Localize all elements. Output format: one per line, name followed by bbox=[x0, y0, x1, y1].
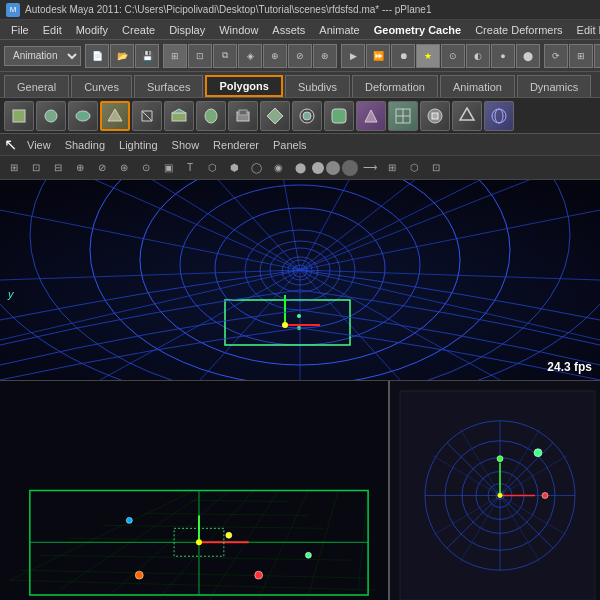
menu-create-deformers[interactable]: Create Deformers bbox=[468, 22, 569, 38]
shelf-icon-14[interactable] bbox=[420, 101, 450, 131]
app-icon: M bbox=[6, 3, 20, 17]
vp-icon-6[interactable]: ⊛ bbox=[114, 158, 134, 178]
shelf-icon-15[interactable] bbox=[452, 101, 482, 131]
menu-display[interactable]: Display bbox=[162, 22, 212, 38]
vp-menu-view[interactable]: View bbox=[23, 138, 55, 152]
vp-icon-21[interactable]: ⊡ bbox=[426, 158, 446, 178]
vp-icon-14[interactable]: ⬤ bbox=[290, 158, 310, 178]
vp-menu-show[interactable]: Show bbox=[168, 138, 204, 152]
svg-marker-3 bbox=[108, 109, 122, 121]
bottom-right-viewport[interactable] bbox=[390, 381, 600, 600]
tb-btn-snap5[interactable]: ⊕ bbox=[263, 44, 287, 68]
tb-btn-render3[interactable]: ⏺ bbox=[391, 44, 415, 68]
shelf-icon-9[interactable] bbox=[260, 101, 290, 131]
menu-window[interactable]: Window bbox=[212, 22, 265, 38]
tab-dynamics[interactable]: Dynamics bbox=[517, 75, 591, 97]
tb-btn-snap2[interactable]: ⊡ bbox=[188, 44, 212, 68]
tb-btn-render6[interactable]: ◐ bbox=[466, 44, 490, 68]
tb-btn-render8[interactable]: ⬤ bbox=[516, 44, 540, 68]
tab-subdivs[interactable]: Subdivs bbox=[285, 75, 350, 97]
menu-modify[interactable]: Modify bbox=[69, 22, 115, 38]
tb-btn-open[interactable]: 📂 bbox=[110, 44, 134, 68]
menu-create[interactable]: Create bbox=[115, 22, 162, 38]
shelf-icon-16[interactable] bbox=[484, 101, 514, 131]
menu-file[interactable]: File bbox=[4, 22, 36, 38]
shelf-icon-12[interactable] bbox=[356, 101, 386, 131]
tb-btn-misc3[interactable]: ? bbox=[594, 44, 600, 68]
svg-point-13 bbox=[303, 112, 311, 120]
svg-point-8 bbox=[205, 109, 217, 123]
vp-icon-4[interactable]: ⊕ bbox=[70, 158, 90, 178]
vp-icon-3[interactable]: ⊟ bbox=[48, 158, 68, 178]
main-viewport[interactable]: y 24.3 fps bbox=[0, 180, 600, 380]
svg-point-110 bbox=[542, 493, 548, 499]
tb-btn-snap7[interactable]: ⊛ bbox=[313, 44, 337, 68]
shelf-icon-6[interactable] bbox=[164, 101, 194, 131]
vp-icon-8[interactable]: ▣ bbox=[158, 158, 178, 178]
vp-icon-15[interactable] bbox=[312, 162, 324, 174]
bottom-panels: Edges: 4580 4 0 Verts: 2301 1 0 Tris: 45… bbox=[0, 380, 600, 600]
shelf-icon-3[interactable] bbox=[68, 101, 98, 131]
shelf-icon-5[interactable] bbox=[132, 101, 162, 131]
tab-animation[interactable]: Animation bbox=[440, 75, 515, 97]
mode-dropdown[interactable]: Animation Modeling Rigging Rendering bbox=[4, 46, 81, 66]
tab-surfaces[interactable]: Surfaces bbox=[134, 75, 203, 97]
shelf-icon-4[interactable] bbox=[100, 101, 130, 131]
vp-icon-5[interactable]: ⊘ bbox=[92, 158, 112, 178]
vp-menu-shading[interactable]: Shading bbox=[61, 138, 109, 152]
fps-counter: 24.3 fps bbox=[547, 360, 592, 374]
tb-btn-misc2[interactable]: ⊞ bbox=[569, 44, 593, 68]
bottom-left-viewport[interactable]: Edges: 4580 4 0 Verts: 2301 1 0 Tris: 45… bbox=[0, 381, 390, 600]
vp-menu-panels[interactable]: Panels bbox=[269, 138, 311, 152]
menu-edit-de[interactable]: Edit De bbox=[570, 22, 600, 38]
menu-assets[interactable]: Assets bbox=[265, 22, 312, 38]
vp-icon-9[interactable]: T bbox=[180, 158, 200, 178]
shelf-icon-13[interactable] bbox=[388, 101, 418, 131]
vp-icon-16[interactable] bbox=[326, 161, 340, 175]
vp-icon-7[interactable]: ⊙ bbox=[136, 158, 156, 178]
vp-icon-13[interactable]: ◉ bbox=[268, 158, 288, 178]
tab-deformation[interactable]: Deformation bbox=[352, 75, 438, 97]
shelf-icon-11[interactable] bbox=[324, 101, 354, 131]
tb-btn-render1[interactable]: ▶ bbox=[341, 44, 365, 68]
svg-rect-0 bbox=[13, 110, 25, 122]
shelf-icon-2[interactable] bbox=[36, 101, 66, 131]
vp-icon-12[interactable]: ◯ bbox=[246, 158, 266, 178]
tb-btn-misc1[interactable]: ⟳ bbox=[544, 44, 568, 68]
menu-geometry-cache[interactable]: Geometry Cache bbox=[367, 22, 468, 38]
shelf-icon-7[interactable] bbox=[196, 101, 226, 131]
tb-btn-new[interactable]: 📄 bbox=[85, 44, 109, 68]
vp-icon-11[interactable]: ⬢ bbox=[224, 158, 244, 178]
viewport-toolbar: ↖ View Shading Lighting Show Renderer Pa… bbox=[0, 134, 600, 156]
tab-curves[interactable]: Curves bbox=[71, 75, 132, 97]
tb-btn-render5[interactable]: ⊙ bbox=[441, 44, 465, 68]
tb-btn-snap1[interactable]: ⊞ bbox=[163, 44, 187, 68]
tb-btn-render4[interactable]: ★ bbox=[416, 44, 440, 68]
vp-menu-lighting[interactable]: Lighting bbox=[115, 138, 162, 152]
tab-polygons[interactable]: Polygons bbox=[205, 75, 283, 97]
vp-icon-2[interactable]: ⊡ bbox=[26, 158, 46, 178]
tb-btn-save[interactable]: 💾 bbox=[135, 44, 159, 68]
tb-btn-snap3[interactable]: ⧉ bbox=[213, 44, 237, 68]
svg-point-88 bbox=[305, 552, 311, 558]
svg-marker-11 bbox=[267, 108, 283, 124]
select-tool[interactable]: ↖ bbox=[4, 135, 17, 154]
shelf-icon-8[interactable] bbox=[228, 101, 258, 131]
vp-icon-17[interactable] bbox=[342, 160, 358, 176]
tb-btn-snap4[interactable]: ◈ bbox=[238, 44, 262, 68]
vp-icon-10[interactable]: ⬡ bbox=[202, 158, 222, 178]
vp-icon-1[interactable]: ⊞ bbox=[4, 158, 24, 178]
menu-edit[interactable]: Edit bbox=[36, 22, 69, 38]
tb-btn-render2[interactable]: ⏩ bbox=[366, 44, 390, 68]
tb-btn-render7[interactable]: ● bbox=[491, 44, 515, 68]
vp-icon-20[interactable]: ⬡ bbox=[404, 158, 424, 178]
svg-point-109 bbox=[534, 449, 542, 457]
shelf-icon-10[interactable] bbox=[292, 101, 322, 131]
vp-icon-19[interactable]: ⊞ bbox=[382, 158, 402, 178]
menu-animate[interactable]: Animate bbox=[312, 22, 366, 38]
vp-icon-18[interactable]: ⟶ bbox=[360, 158, 380, 178]
tab-general[interactable]: General bbox=[4, 75, 69, 97]
tb-btn-snap6[interactable]: ⊘ bbox=[288, 44, 312, 68]
vp-menu-renderer[interactable]: Renderer bbox=[209, 138, 263, 152]
shelf-icon-1[interactable] bbox=[4, 101, 34, 131]
